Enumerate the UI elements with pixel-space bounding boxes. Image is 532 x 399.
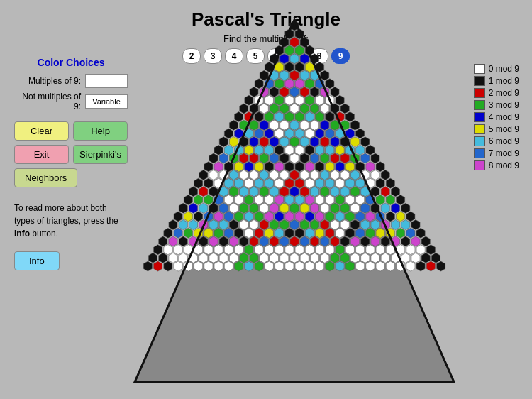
legend-color-3 — [474, 100, 485, 110]
legend: 0 mod 9 1 mod 9 2 mod 9 3 mod 9 4 mod 9 … — [474, 64, 519, 173]
legend-item-8: 8 mod 9 — [474, 160, 519, 170]
info-description: To read more about both types of triangl… — [14, 202, 128, 240]
legend-label-5: 5 mod 9 — [489, 124, 519, 134]
legend-item-3: 3 mod 9 — [474, 100, 519, 110]
clear-button[interactable]: Clear — [14, 121, 69, 141]
legend-item-0: 0 mod 9 — [474, 64, 519, 74]
legend-label-1: 1 mod 9 — [489, 76, 519, 86]
multiples-label: Multiples of 9: — [14, 76, 85, 86]
info-button[interactable]: Info — [14, 251, 60, 270]
not-multiples-label: Not multiples of 9: — [14, 92, 85, 111]
legend-item-6: 6 mod 9 — [474, 136, 519, 146]
legend-color-0 — [474, 64, 485, 74]
legend-item-1: 1 mod 9 — [474, 76, 519, 86]
legend-item-2: 2 mod 9 — [474, 88, 519, 98]
legend-color-8 — [474, 160, 485, 170]
button-grid: Clear Help Exit Sierpinki's — [14, 121, 128, 164]
exit-button[interactable]: Exit — [14, 145, 69, 164]
pascal-triangle-canvas[interactable] — [124, 13, 465, 389]
left-panel: Color Choices Multiples of 9: Not multip… — [14, 57, 128, 270]
legend-color-5 — [474, 124, 485, 134]
legend-color-2 — [474, 88, 485, 98]
not-multiples-value[interactable]: Variable — [85, 94, 128, 109]
legend-label-6: 6 mod 9 — [489, 136, 519, 146]
legend-color-6 — [474, 136, 485, 146]
legend-color-1 — [474, 76, 485, 86]
legend-item-4: 4 mod 9 — [474, 112, 519, 122]
sierpinski-button[interactable]: Sierpinki's — [73, 145, 128, 164]
legend-item-5: 5 mod 9 — [474, 124, 519, 134]
legend-item-7: 7 mod 9 — [474, 148, 519, 158]
help-button[interactable]: Help — [73, 121, 128, 141]
legend-label-0: 0 mod 9 — [489, 64, 519, 74]
multiples-row: Multiples of 9: — [14, 74, 128, 88]
legend-label-4: 4 mod 9 — [489, 112, 519, 122]
legend-color-4 — [474, 112, 485, 122]
legend-label-2: 2 mod 9 — [489, 88, 519, 98]
not-multiples-row: Not multiples of 9: Variable — [14, 92, 128, 111]
legend-label-8: 8 mod 9 — [489, 160, 519, 170]
multiples-color-input[interactable] — [85, 74, 128, 88]
legend-label-7: 7 mod 9 — [489, 148, 519, 158]
triangle-area — [124, 13, 465, 389]
color-choices-title: Color Choices — [14, 57, 128, 68]
neighbors-button[interactable]: Neighbors — [14, 168, 77, 187]
neighbors-row: Neighbors — [14, 168, 128, 187]
legend-color-7 — [474, 148, 485, 158]
legend-label-3: 3 mod 9 — [489, 100, 519, 110]
